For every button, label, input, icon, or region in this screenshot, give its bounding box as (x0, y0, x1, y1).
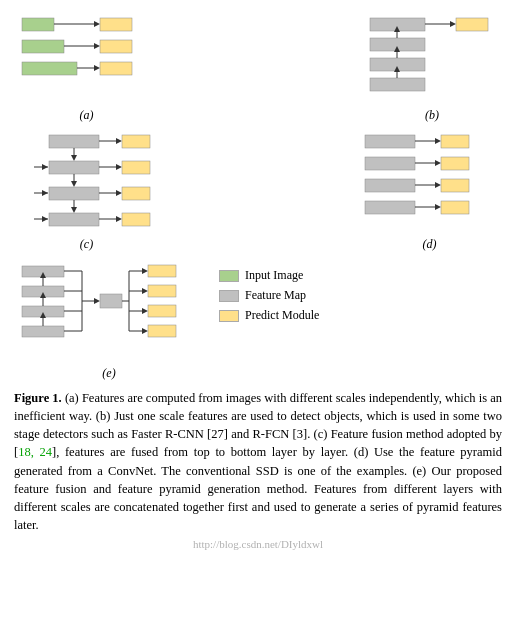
diagram-d-label: (d) (423, 237, 437, 252)
svg-rect-36 (122, 161, 150, 174)
legend-swatch-predict (219, 310, 239, 322)
svg-rect-61 (365, 179, 415, 192)
svg-marker-63 (435, 182, 441, 188)
svg-rect-44 (122, 187, 150, 200)
svg-rect-3 (100, 18, 132, 31)
svg-rect-53 (365, 135, 415, 148)
svg-rect-100 (148, 325, 176, 337)
svg-rect-0 (22, 18, 54, 31)
diagrams-grid: (a) (14, 10, 502, 123)
diagram-d-svg (357, 129, 502, 234)
svg-rect-64 (441, 179, 469, 192)
legend-area: Input Image Feature Map Predict Module (214, 258, 319, 328)
svg-marker-55 (435, 138, 441, 144)
svg-rect-72 (22, 326, 64, 337)
svg-marker-27 (116, 138, 122, 144)
svg-rect-86 (100, 294, 122, 308)
svg-marker-92 (142, 288, 148, 294)
svg-rect-60 (441, 157, 469, 170)
svg-rect-22 (370, 78, 425, 91)
svg-rect-15 (456, 18, 488, 31)
watermark: http://blog.csdn.net/DIyldxwl (14, 538, 502, 550)
svg-marker-30 (71, 155, 77, 161)
diagrams-grid-2: (c) (d) (14, 129, 502, 252)
diagram-b: (b) (362, 10, 502, 123)
diagram-c-label: (c) (80, 237, 93, 252)
svg-marker-59 (435, 160, 441, 166)
svg-marker-38 (71, 181, 77, 187)
svg-marker-14 (450, 21, 456, 27)
svg-rect-98 (148, 285, 176, 297)
svg-marker-10 (94, 65, 100, 71)
svg-marker-33 (42, 164, 48, 170)
figure-caption: Figure 1. (a) Features are computed from… (14, 389, 502, 534)
svg-rect-25 (49, 135, 99, 148)
svg-rect-68 (441, 201, 469, 214)
diagram-c: (c) (14, 129, 159, 252)
svg-marker-43 (116, 190, 122, 196)
legend-swatch-input (219, 270, 239, 282)
svg-marker-41 (42, 190, 48, 196)
legend-input-image: Input Image (219, 268, 319, 283)
diagram-area: (a) (14, 10, 502, 381)
svg-marker-51 (116, 216, 122, 222)
diagram-e: (e) (14, 258, 204, 381)
svg-marker-6 (94, 43, 100, 49)
legend-feature-map: Feature Map (219, 288, 319, 303)
svg-marker-2 (94, 21, 100, 27)
diagram-b-label: (b) (425, 108, 439, 123)
svg-rect-52 (122, 213, 150, 226)
diagram-a: (a) (14, 10, 159, 123)
svg-rect-56 (441, 135, 469, 148)
svg-marker-96 (142, 328, 148, 334)
svg-rect-97 (148, 265, 176, 277)
svg-marker-49 (42, 216, 48, 222)
svg-rect-39 (49, 187, 99, 200)
svg-rect-7 (100, 40, 132, 53)
legend-swatch-feature (219, 290, 239, 302)
diagram-a-label: (a) (80, 108, 94, 123)
svg-rect-11 (100, 62, 132, 75)
diagram-b-svg (362, 10, 502, 105)
svg-rect-57 (365, 157, 415, 170)
svg-marker-90 (142, 268, 148, 274)
legend-predict-module: Predict Module (219, 308, 319, 323)
svg-rect-4 (22, 40, 64, 53)
diagram-a-svg (14, 10, 159, 105)
svg-rect-47 (49, 213, 99, 226)
diagram-c-svg (14, 129, 159, 234)
diagram-e-svg (14, 258, 204, 363)
svg-marker-85 (94, 298, 100, 304)
svg-marker-94 (142, 308, 148, 314)
svg-marker-35 (116, 164, 122, 170)
svg-rect-31 (49, 161, 99, 174)
diagram-e-label: (e) (102, 366, 115, 381)
svg-rect-65 (365, 201, 415, 214)
legend-label-input: Input Image (245, 268, 303, 283)
svg-rect-8 (22, 62, 77, 75)
diagram-d: (d) (357, 129, 502, 252)
legend-label-feature: Feature Map (245, 288, 306, 303)
caption-figure: Figure 1. (a) Features are computed from… (14, 391, 502, 532)
svg-marker-46 (71, 207, 77, 213)
legend-label-predict: Predict Module (245, 308, 319, 323)
svg-marker-67 (435, 204, 441, 210)
bottom-row: (e) Input Image Feature Map Predict Modu… (14, 258, 502, 381)
svg-rect-99 (148, 305, 176, 317)
svg-rect-28 (122, 135, 150, 148)
